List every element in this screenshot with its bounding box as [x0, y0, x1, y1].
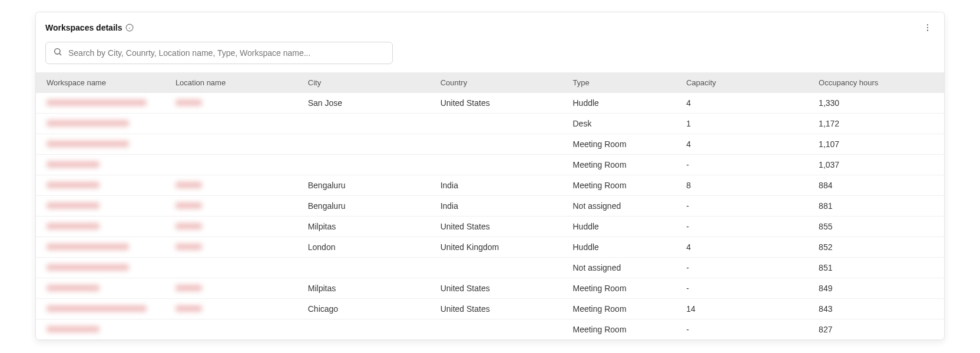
col-workspace-name[interactable]: Workspace name	[36, 72, 168, 93]
cell-type: Meeting Room	[566, 134, 680, 155]
cell-type: Not assigned	[566, 196, 680, 217]
cell-workspace-name	[36, 175, 168, 196]
cell-city: Bengaluru	[301, 175, 433, 196]
cell-capacity: -	[679, 196, 812, 217]
search-icon	[53, 47, 62, 59]
col-city[interactable]: City	[301, 72, 433, 93]
col-location-name[interactable]: Location name	[168, 72, 301, 93]
cell-capacity: 4	[679, 134, 812, 155]
cell-type: Meeting Room	[566, 299, 680, 319]
cell-workspace-name	[36, 319, 168, 340]
cell-country	[433, 258, 566, 278]
cell-city: San Jose	[301, 93, 433, 114]
title-wrap: Workspaces details	[45, 23, 134, 32]
cell-occupancy: 1,172	[812, 114, 944, 134]
cell-occupancy: 852	[812, 237, 944, 258]
cell-occupancy: 843	[812, 299, 944, 319]
svg-point-6	[55, 49, 60, 54]
cell-location-name	[168, 217, 301, 237]
cell-location-name	[168, 278, 301, 299]
table-row[interactable]: Meeting Room 4 1,107	[36, 134, 944, 155]
cell-country	[433, 134, 566, 155]
cell-country: United States	[433, 278, 566, 299]
cell-type: Meeting Room	[566, 278, 680, 299]
info-icon[interactable]	[125, 24, 134, 32]
cell-type: Huddle	[566, 237, 680, 258]
cell-occupancy: 855	[812, 217, 944, 237]
cell-city: London	[301, 237, 433, 258]
cell-capacity: 4	[679, 237, 812, 258]
col-occupancy[interactable]: Occupancy hours	[812, 72, 944, 93]
cell-location-name	[168, 196, 301, 217]
cell-capacity: 14	[679, 299, 812, 319]
cell-workspace-name	[36, 217, 168, 237]
table-row[interactable]: Milpitas United States Meeting Room - 84…	[36, 278, 944, 299]
table-row[interactable]: Meeting Room - 1,037	[36, 155, 944, 175]
card-header: Workspaces details	[36, 12, 944, 38]
cell-type: Meeting Room	[566, 175, 680, 196]
svg-point-4	[927, 27, 928, 28]
cell-location-name	[168, 258, 301, 278]
search-input[interactable]	[68, 48, 385, 58]
cell-country	[433, 155, 566, 175]
more-options-button[interactable]	[921, 21, 935, 35]
table-row[interactable]: San Jose United States Huddle 4 1,330	[36, 93, 944, 114]
cell-capacity: 8	[679, 175, 812, 196]
table-row[interactable]: Desk 1 1,172	[36, 114, 944, 134]
table-row[interactable]: Bengaluru India Not assigned - 881	[36, 196, 944, 217]
cell-workspace-name	[36, 114, 168, 134]
cell-city	[301, 114, 433, 134]
table-row[interactable]: Milpitas United States Huddle - 855	[36, 217, 944, 237]
col-country[interactable]: Country	[433, 72, 566, 93]
cell-country: India	[433, 175, 566, 196]
cell-occupancy: 884	[812, 175, 944, 196]
col-type[interactable]: Type	[566, 72, 680, 93]
col-capacity[interactable]: Capacity	[679, 72, 812, 93]
cell-type: Meeting Room	[566, 155, 680, 175]
search-box[interactable]	[45, 42, 393, 64]
cell-type: Huddle	[566, 217, 680, 237]
cell-occupancy: 1,037	[812, 155, 944, 175]
cell-location-name	[168, 175, 301, 196]
cell-city	[301, 134, 433, 155]
search-wrap	[36, 38, 944, 72]
cell-capacity: -	[679, 258, 812, 278]
cell-type: Not assigned	[566, 258, 680, 278]
cell-country: United Kingdom	[433, 237, 566, 258]
table-row[interactable]: London United Kingdom Huddle 4 852	[36, 237, 944, 258]
cell-country: United States	[433, 217, 566, 237]
cell-capacity: -	[679, 319, 812, 340]
cell-occupancy: 881	[812, 196, 944, 217]
cell-city	[301, 258, 433, 278]
cell-city: Milpitas	[301, 217, 433, 237]
table-row[interactable]: Meeting Room - 827	[36, 319, 944, 340]
cell-occupancy: 827	[812, 319, 944, 340]
cell-capacity: -	[679, 278, 812, 299]
cell-workspace-name	[36, 237, 168, 258]
cell-type: Meeting Room	[566, 319, 680, 340]
workspaces-details-card: Workspaces details	[35, 12, 945, 340]
cell-location-name	[168, 237, 301, 258]
cell-country: United States	[433, 299, 566, 319]
cell-country: United States	[433, 93, 566, 114]
cell-occupancy: 849	[812, 278, 944, 299]
table-row[interactable]: Not assigned - 851	[36, 258, 944, 278]
cell-location-name	[168, 114, 301, 134]
table-body: San Jose United States Huddle 4 1,330 De…	[36, 93, 944, 339]
card-title: Workspaces details	[45, 23, 122, 32]
table-row[interactable]: Chicago United States Meeting Room 14 84…	[36, 299, 944, 319]
cell-city: Bengaluru	[301, 196, 433, 217]
cell-occupancy: 851	[812, 258, 944, 278]
cell-type: Huddle	[566, 93, 680, 114]
cell-capacity: -	[679, 217, 812, 237]
cell-capacity: -	[679, 155, 812, 175]
cell-workspace-name	[36, 258, 168, 278]
table-row[interactable]: Bengaluru India Meeting Room 8 884	[36, 175, 944, 196]
cell-city	[301, 155, 433, 175]
cell-capacity: 4	[679, 93, 812, 114]
svg-point-5	[927, 30, 928, 31]
cell-workspace-name	[36, 134, 168, 155]
cell-country: India	[433, 196, 566, 217]
cell-country	[433, 114, 566, 134]
workspaces-table: Workspace name Location name City Countr…	[36, 72, 944, 339]
